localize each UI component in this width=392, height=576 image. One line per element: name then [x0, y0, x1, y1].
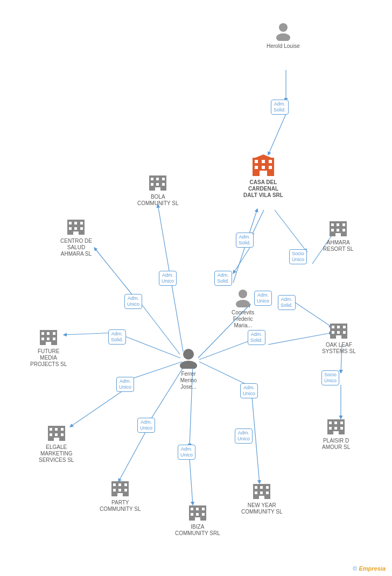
- watermark: © Empresia: [353, 565, 386, 572]
- svg-rect-89: [117, 493, 123, 496]
- node-future-media: FUTUREMEDIAPROJECTS SL: [30, 327, 67, 368]
- badge-adm-unico-coorevits: Adm.Unico: [254, 291, 272, 306]
- svg-rect-119: [156, 183, 159, 186]
- svg-rect-51: [343, 326, 346, 328]
- label-casa: CASA DELCARDENALDALT VILA SRL: [243, 179, 283, 199]
- svg-rect-61: [334, 427, 337, 430]
- svg-rect-97: [54, 438, 59, 441]
- svg-point-47: [236, 300, 250, 307]
- svg-rect-57: [329, 422, 332, 424]
- svg-rect-45: [335, 233, 341, 236]
- label-centro: CENTRO DESALUDAHMARA SL: [60, 238, 92, 257]
- svg-line-24: [158, 205, 170, 273]
- building-icon-new-year: [252, 481, 271, 500]
- svg-line-19: [121, 335, 180, 358]
- svg-rect-88: [124, 489, 127, 491]
- svg-rect-31: [262, 160, 265, 163]
- svg-rect-116: [156, 178, 159, 180]
- badge-adm-solid-casa2: Adm.Solid.: [214, 271, 232, 286]
- svg-rect-63: [333, 431, 339, 434]
- node-casa-del-cardenal: CASA DELCARDENALDALT VILA SRL: [243, 153, 283, 199]
- svg-rect-79: [196, 513, 199, 516]
- label-herold-louise: Herold Louise: [267, 43, 300, 50]
- svg-rect-76: [196, 508, 199, 510]
- svg-rect-117: [162, 178, 165, 180]
- svg-rect-99: [41, 332, 44, 335]
- node-coorevits: CoorevitsFredericMaria...: [232, 288, 254, 329]
- svg-rect-35: [269, 166, 272, 169]
- building-icon-elgale: [47, 423, 66, 442]
- svg-rect-108: [74, 222, 77, 224]
- svg-rect-41: [342, 223, 345, 226]
- svg-rect-60: [329, 427, 332, 430]
- svg-rect-87: [118, 489, 121, 491]
- badge-adm-unico-ferrer2: Adm.Unico: [235, 429, 253, 444]
- badge-adm-unico-centro: Adm.Unico: [124, 294, 142, 309]
- svg-point-46: [239, 290, 247, 298]
- svg-rect-69: [266, 486, 269, 489]
- svg-line-2: [275, 210, 307, 252]
- svg-point-27: [279, 23, 288, 32]
- node-adm-unico-party: Adm.Unico: [137, 418, 155, 433]
- node-adm-unico-bola: Adm.Unico: [159, 271, 177, 286]
- svg-line-4: [251, 210, 264, 236]
- badge-adm-solid-casa1: Adm.Solid.: [236, 233, 254, 248]
- svg-point-64: [183, 349, 194, 360]
- svg-rect-100: [47, 332, 50, 335]
- svg-line-5: [233, 248, 250, 273]
- svg-rect-36: [260, 171, 267, 176]
- label-future: FUTUREMEDIAPROJECTS SL: [30, 348, 67, 368]
- badge-adm-unico-elgale: Adm.Unico: [116, 377, 134, 392]
- svg-rect-73: [259, 496, 264, 499]
- node-bola-community: BOLACOMMUNITY SL: [137, 172, 179, 207]
- svg-rect-120: [162, 183, 165, 186]
- svg-line-14: [190, 459, 193, 505]
- watermark-brand: Empresia: [359, 565, 386, 572]
- svg-rect-53: [337, 331, 340, 334]
- svg-line-22: [94, 248, 132, 295]
- label-oak-leaf: OAK LEAFSYSTEMS SL: [322, 342, 356, 355]
- label-elgale: ELGALEMARKETINGSERVICES SL: [39, 444, 74, 463]
- svg-rect-54: [343, 331, 346, 334]
- svg-rect-72: [266, 491, 269, 494]
- svg-rect-62: [340, 427, 343, 430]
- node-socio-unico-ahmara: SocioÚnico: [289, 249, 307, 264]
- svg-rect-118: [151, 183, 153, 186]
- svg-rect-71: [260, 491, 263, 494]
- svg-rect-67: [255, 486, 257, 489]
- svg-rect-94: [50, 433, 52, 436]
- node-ibiza-community: IBIZACOMMUNITY SRL: [175, 502, 220, 537]
- node-plaisir: PLAISIR DAMOUR SL: [322, 416, 350, 451]
- building-icon-centro: [66, 216, 86, 236]
- svg-rect-112: [80, 227, 83, 230]
- badge-socio-unico-oak: SocioÚnico: [321, 370, 339, 385]
- label-party: PARTYCOMMUNITY SL: [100, 500, 141, 512]
- svg-rect-83: [113, 483, 116, 486]
- svg-rect-102: [41, 338, 44, 340]
- node-adm-solid-casa2: Adm.Solid.: [214, 271, 232, 286]
- person-icon-coorevits: [233, 288, 253, 307]
- svg-line-23: [170, 276, 183, 352]
- person-icon-herold: [274, 22, 293, 41]
- node-party-community: PARTYCOMMUNITY SL: [100, 478, 141, 512]
- svg-point-28: [276, 33, 290, 41]
- building-icon-ibiza: [188, 502, 207, 522]
- node-adm-solid-oak: Adm.Solid.: [248, 330, 265, 345]
- svg-rect-104: [53, 338, 55, 340]
- badge-adm-unico-ferrer1: Adm.Unico: [240, 383, 258, 398]
- svg-rect-85: [124, 483, 127, 486]
- svg-point-65: [180, 361, 197, 369]
- svg-rect-113: [73, 231, 79, 235]
- svg-rect-30: [255, 160, 258, 163]
- svg-rect-107: [69, 222, 72, 224]
- svg-marker-37: [253, 154, 274, 159]
- building-icon-plaisir: [326, 416, 346, 435]
- node-adm-unico-centro: Adm.Unico: [124, 294, 142, 309]
- svg-rect-96: [61, 433, 64, 436]
- svg-rect-84: [118, 483, 121, 486]
- diagram-container: Herold Louise Adm.Solid. CASA DELCARDENA…: [0, 0, 392, 576]
- svg-rect-59: [340, 422, 343, 424]
- svg-rect-91: [50, 428, 52, 431]
- node-elgale: ELGALEMARKETINGSERVICES SL: [39, 423, 74, 463]
- svg-line-18: [70, 391, 123, 427]
